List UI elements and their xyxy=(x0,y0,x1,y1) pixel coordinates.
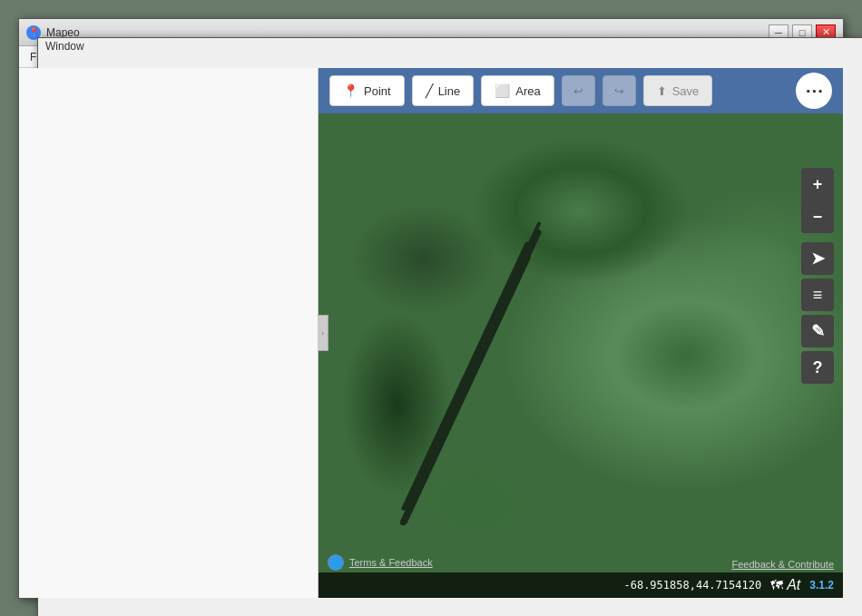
save-icon: ⬆ xyxy=(657,84,667,98)
feedback-area: Feedback & Contribute xyxy=(731,557,834,571)
menu-bar: File Edit Visualization Window Help xyxy=(19,46,843,68)
feedback-link[interactable]: Feedback & Contribute xyxy=(731,559,834,570)
zoom-out-button[interactable]: − xyxy=(801,200,834,233)
locate-icon: ➤ xyxy=(811,249,825,269)
line-tool-button[interactable]: ╱ Line xyxy=(412,75,475,106)
terms-area: 🌐 Terms & Feedback xyxy=(328,554,433,571)
globe-icon: 🌐 xyxy=(328,554,344,571)
zoom-in-button[interactable]: + xyxy=(801,168,834,200)
save-label: Save xyxy=(672,84,700,98)
edit-map-icon: ✎ xyxy=(811,321,825,341)
map-content[interactable] xyxy=(318,113,843,598)
map-background[interactable]: + − ➤ ≡ ✎ ? xyxy=(318,113,843,598)
area-icon: ⬜ xyxy=(495,83,510,98)
help-icon: ? xyxy=(813,358,823,377)
coordinates-display: -68.951858,44.7154120 xyxy=(623,579,761,592)
point-tool-button[interactable]: 📍 Point xyxy=(329,75,405,106)
point-label: Point xyxy=(364,84,391,98)
status-icons: 🗺 At xyxy=(770,577,800,593)
app-icon-letter: 📍 xyxy=(28,27,39,37)
redo-button[interactable]: ↪ xyxy=(602,75,636,106)
save-button[interactable]: ⬆ Save xyxy=(643,75,713,106)
zoom-controls: + − xyxy=(801,168,834,233)
area-tool-button[interactable]: ⬜ Area xyxy=(481,75,553,106)
terms-link[interactable]: Terms & Feedback xyxy=(349,557,433,568)
map-area[interactable]: 📍 Point ╱ Line ⬜ Area ↩ ↪ ⬆ xyxy=(318,68,843,598)
map-controls: + − ➤ ≡ ✎ ? xyxy=(801,168,834,386)
more-options-button[interactable]: ⋯ xyxy=(796,73,832,109)
sidebar: › xyxy=(19,68,318,598)
version-display: 3.1.2 xyxy=(809,579,834,592)
point-icon: 📍 xyxy=(343,83,358,98)
undo-icon: ↩ xyxy=(573,84,583,98)
layers-icon: ≡ xyxy=(813,286,823,305)
line-label: Line xyxy=(438,84,461,98)
status-bar: -68.951858,44.7154120 🗺 At 3.1.2 xyxy=(318,572,843,598)
toolbar: 📍 Point ╱ Line ⬜ Area ↩ ↪ ⬆ xyxy=(318,68,843,113)
edit-map-button[interactable]: ✎ xyxy=(801,315,834,347)
locate-button[interactable]: ➤ xyxy=(801,242,834,275)
more-icon: ⋯ xyxy=(805,80,824,102)
at-label: At xyxy=(787,577,800,593)
undo-button[interactable]: ↩ xyxy=(562,75,595,106)
area-label: Area xyxy=(515,84,540,98)
sidebar-collapse-button[interactable]: › xyxy=(318,315,328,351)
redo-icon: ↪ xyxy=(614,84,624,98)
app-window: 📍 Mapeo ─ □ ✕ File Edit Visualization Wi… xyxy=(18,18,844,599)
layers-button[interactable]: ≡ xyxy=(801,279,834,311)
app-body: › 📍 Point ╱ Line ⬜ Area ↩ xyxy=(19,68,843,598)
map-help-button[interactable]: ? xyxy=(801,351,834,384)
map-status-icon: 🗺 xyxy=(770,578,783,592)
line-icon: ╱ xyxy=(426,83,433,98)
